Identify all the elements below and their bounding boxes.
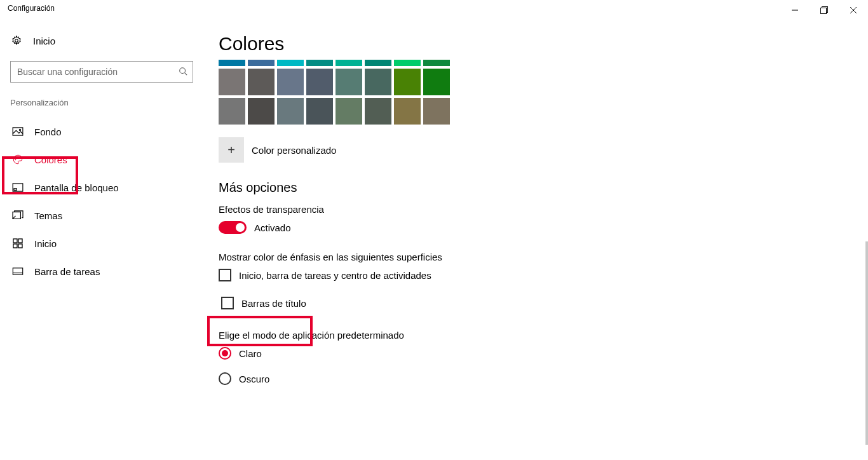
- vertical-scrollbar[interactable]: [865, 241, 868, 445]
- close-button[interactable]: [839, 0, 868, 20]
- transparency-label: Efectos de transparencia: [219, 204, 853, 215]
- color-swatch[interactable]: [394, 98, 421, 125]
- custom-color-label: Color personalizado: [252, 145, 336, 156]
- start-icon: [11, 238, 24, 248]
- sidebar-item-colors[interactable]: Colores: [10, 145, 193, 173]
- svg-point-10: [15, 159, 17, 160]
- sidebar-item-label: Inicio: [34, 238, 57, 249]
- section-heading: Personalización: [10, 98, 193, 107]
- radio-icon: [219, 372, 231, 385]
- svg-rect-14: [14, 189, 17, 191]
- main-content: Colores + Color personalizado Más opcion…: [203, 20, 868, 460]
- svg-rect-18: [13, 244, 17, 248]
- color-swatch[interactable]: [365, 98, 391, 125]
- custom-color-button[interactable]: + Color personalizado: [219, 137, 853, 163]
- lockscreen-icon: [11, 183, 24, 192]
- gear-icon: [10, 35, 23, 46]
- color-swatch[interactable]: [306, 69, 333, 95]
- home-label: Inicio: [33, 36, 55, 46]
- color-swatch[interactable]: [365, 60, 391, 66]
- checkbox-label: Inicio, barra de tareas y centro de acti…: [239, 270, 431, 281]
- sidebar-item-lockscreen[interactable]: Pantalla de bloqueo: [10, 173, 193, 201]
- color-swatch[interactable]: [336, 60, 362, 66]
- checkbox-start-taskbar[interactable]: Inicio, barra de tareas y centro de acti…: [219, 269, 853, 281]
- sidebar-item-taskbar[interactable]: Barra de tareas: [10, 257, 193, 285]
- checkbox-icon: [219, 269, 231, 281]
- sidebar-item-start[interactable]: Inicio: [10, 229, 193, 257]
- svg-point-12: [19, 157, 20, 158]
- sidebar: Inicio Personalización Fondo: [0, 20, 203, 460]
- sidebar-item-background[interactable]: Fondo: [10, 118, 193, 145]
- app-title: Configuración: [8, 0, 55, 13]
- radio-label: Claro: [239, 348, 262, 359]
- svg-point-6: [180, 67, 186, 73]
- more-options-heading: Más opciones: [219, 180, 853, 195]
- svg-line-7: [185, 72, 187, 75]
- search-icon: [179, 67, 187, 78]
- color-swatch[interactable]: [394, 69, 421, 95]
- svg-point-9: [19, 129, 20, 130]
- radio-icon: [219, 347, 231, 360]
- window-controls: [780, 0, 868, 20]
- picture-icon: [11, 127, 24, 136]
- title-bar: Configuración: [0, 0, 868, 20]
- color-swatch[interactable]: [306, 60, 333, 66]
- sidebar-item-themes[interactable]: Temas: [10, 201, 193, 229]
- maximize-button[interactable]: [810, 0, 839, 20]
- radio-light[interactable]: Claro: [219, 347, 853, 360]
- color-swatch[interactable]: [336, 69, 362, 95]
- color-swatch[interactable]: [248, 60, 275, 66]
- color-swatch[interactable]: [423, 69, 450, 95]
- swatch-row-1: [219, 98, 853, 125]
- search-box[interactable]: [10, 61, 193, 83]
- color-swatch[interactable]: [248, 98, 275, 125]
- radio-dark[interactable]: Oscuro: [219, 372, 853, 385]
- swatch-row-strip: [219, 60, 853, 66]
- themes-icon: [11, 210, 24, 220]
- color-swatch[interactable]: [219, 69, 245, 95]
- swatch-row-0: [219, 69, 853, 95]
- plus-icon: +: [219, 137, 244, 163]
- taskbar-icon: [11, 267, 24, 275]
- palette-icon: [11, 154, 24, 165]
- svg-rect-16: [13, 239, 17, 243]
- svg-rect-2: [821, 8, 827, 14]
- page-title: Colores: [219, 33, 853, 55]
- color-swatch[interactable]: [336, 98, 362, 125]
- color-swatch[interactable]: [219, 98, 245, 125]
- color-swatch[interactable]: [277, 98, 304, 125]
- transparency-state: Activado: [254, 222, 291, 233]
- color-swatch[interactable]: [277, 60, 304, 66]
- sidebar-item-label: Temas: [34, 210, 62, 221]
- svg-point-11: [17, 157, 18, 158]
- checkbox-label: Barras de título: [241, 298, 306, 309]
- color-swatch[interactable]: [306, 98, 333, 125]
- checkbox-icon: [221, 297, 234, 309]
- home-link[interactable]: Inicio: [10, 28, 193, 53]
- color-swatch[interactable]: [277, 69, 304, 95]
- minimize-button[interactable]: [780, 0, 810, 20]
- app-mode-heading: Elige el modo de aplicación predetermina…: [219, 330, 853, 341]
- sidebar-item-label: Colores: [34, 154, 67, 165]
- svg-rect-20: [13, 268, 22, 274]
- svg-rect-8: [13, 128, 23, 135]
- svg-rect-19: [18, 244, 22, 248]
- accent-surfaces-label: Mostrar color de énfasis en las siguient…: [219, 252, 853, 262]
- sidebar-item-label: Pantalla de bloqueo: [34, 182, 119, 193]
- color-swatches-grid: [219, 60, 853, 125]
- color-swatch[interactable]: [365, 69, 391, 95]
- svg-rect-17: [18, 239, 22, 243]
- transparency-toggle[interactable]: [219, 221, 247, 234]
- color-swatch[interactable]: [248, 69, 275, 95]
- checkbox-titlebars[interactable]: Barras de título: [219, 294, 318, 312]
- color-swatch[interactable]: [423, 98, 450, 125]
- color-swatch[interactable]: [423, 60, 450, 66]
- svg-point-5: [15, 39, 18, 43]
- sidebar-item-label: Fondo: [34, 126, 62, 137]
- radio-label: Oscuro: [239, 374, 269, 384]
- sidebar-item-label: Barra de tareas: [34, 266, 100, 277]
- color-swatch[interactable]: [219, 60, 245, 66]
- color-swatch[interactable]: [394, 60, 421, 66]
- search-input[interactable]: [16, 66, 165, 78]
